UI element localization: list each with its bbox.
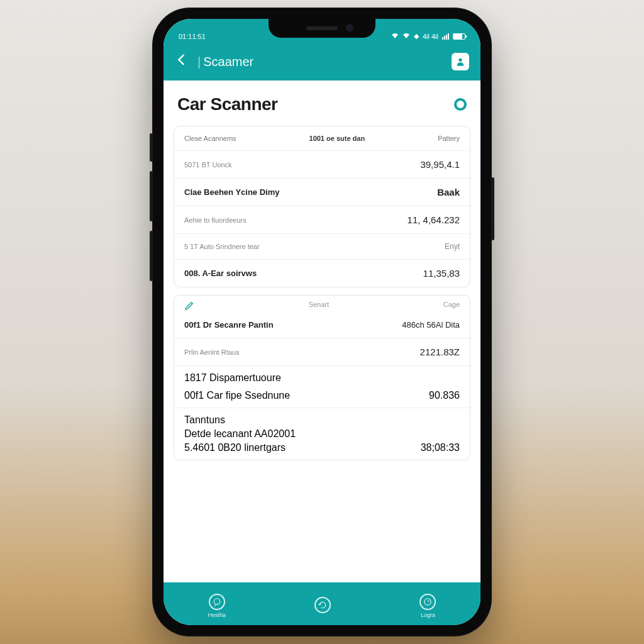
list-item[interactable]: Prlin Aenlnt Rtaus 2121.83Z xyxy=(174,338,470,366)
nav-label: Hestha xyxy=(208,612,226,618)
battery-icon xyxy=(453,33,465,40)
data-card-1: Clese Acannems 1001 oe sute dan Pattery … xyxy=(174,126,470,287)
col-right: Pattery xyxy=(438,135,460,142)
list-item[interactable]: 00f1 Dr Secanre Pantin 486ch 56Al Dita xyxy=(174,312,470,338)
profile-button[interactable] xyxy=(452,53,469,70)
refresh-icon[interactable] xyxy=(454,98,467,111)
item-label: Prlin Aenlnt Rtaus xyxy=(184,348,239,356)
volume-down-button xyxy=(150,231,153,281)
phone-notch xyxy=(269,19,375,38)
app-bar: |Scaamer xyxy=(164,43,480,80)
list-item[interactable]: Aehie to fiuordeeurs 11, 4,64.232 xyxy=(174,206,470,234)
item-value: 2121.83Z xyxy=(420,347,460,357)
item-label: 5071 BT Uonck xyxy=(184,161,232,169)
phone-frame: 01:11:51 ◆ 4il 4il |Scaamer xyxy=(152,8,492,636)
nav-scan[interactable] xyxy=(314,597,331,615)
screen: 01:11:51 ◆ 4il 4il |Scaamer xyxy=(164,19,480,625)
svg-point-1 xyxy=(214,598,219,604)
col-left: Clese Acannems xyxy=(184,135,236,142)
wifi-icon xyxy=(391,33,399,40)
item-sublabel: Detde lecanant AA02001 xyxy=(184,428,460,440)
item-label: Clae Beehen Ycine Dimy xyxy=(184,187,280,197)
back-button[interactable] xyxy=(175,53,189,70)
item-label: 008. A-Ear soirvws xyxy=(184,269,257,278)
data-card-2: Senart Cage 00f1 Dr Secanre Pantin 486ch… xyxy=(174,295,470,460)
list-item[interactable]: 5 1T Auto Srindnere tear Enyt xyxy=(174,234,470,260)
signal-text: 4il 4il xyxy=(423,33,438,40)
item-value: Baak xyxy=(437,187,460,197)
item-value: 11, 4,64.232 xyxy=(408,214,460,225)
item-sublabel: 1817 Dispamertuoure xyxy=(184,372,460,384)
card2-header: Senart Cage xyxy=(174,296,470,312)
item-value: 11,35,83 xyxy=(423,268,460,279)
edit-icon[interactable] xyxy=(184,301,194,311)
status-time: 01:11:51 xyxy=(179,33,206,40)
gauge-icon xyxy=(419,594,436,610)
bottom-nav: Hestha Logra xyxy=(164,582,480,625)
appbar-title: |Scaamer xyxy=(197,55,443,69)
item-value: 38;08:33 xyxy=(421,442,460,453)
svg-point-0 xyxy=(458,58,462,62)
list-item[interactable]: Clae Beehen Ycine Dimy Baak xyxy=(174,179,470,206)
card1-header: Clese Acannems 1001 oe sute dan Pattery xyxy=(174,126,470,151)
chat-icon xyxy=(209,594,225,610)
power-button xyxy=(491,177,494,240)
page-title: Car Scanner xyxy=(177,94,277,114)
item-label: 00f1 Car fipe Ssednune xyxy=(184,390,290,401)
item-value: 39,95,4.1 xyxy=(420,159,460,170)
col-mid: Senart xyxy=(194,301,443,311)
list-item[interactable]: 008. A-Ear soirvws 11,35,83 xyxy=(174,260,470,287)
list-item[interactable]: Tanntuns Detde lecanant AA02001 5.4601 0… xyxy=(174,408,470,460)
content-area: Car Scanner Clese Acannems 1001 oe sute … xyxy=(164,80,480,582)
volume-up-button xyxy=(150,171,153,221)
item-label: 5 1T Auto Srindnere tear xyxy=(184,243,260,250)
item-value: 90.836 xyxy=(429,390,460,401)
nav-home[interactable]: Hestha xyxy=(208,594,226,618)
item-label: Aehie to fiuordeeurs xyxy=(184,216,246,224)
list-item[interactable]: 1817 Dispamertuoure 00f1 Car fipe Ssednu… xyxy=(174,366,470,408)
item-value: Enyt xyxy=(445,242,460,251)
item-value: 486ch 56Al Dita xyxy=(402,320,460,330)
wifi-icon-2 xyxy=(402,33,410,40)
nav-label: Logra xyxy=(421,612,435,618)
col-mid: 1001 oe sute dan xyxy=(236,135,438,142)
item-sublabel: Tanntuns xyxy=(184,414,460,426)
refresh-icon xyxy=(314,597,331,613)
list-item[interactable]: 5071 BT Uonck 39,95,4.1 xyxy=(174,151,470,179)
signal-icon xyxy=(442,33,449,40)
nav-log[interactable]: Logra xyxy=(419,594,436,618)
side-button xyxy=(150,133,153,162)
location-icon: ◆ xyxy=(414,32,419,40)
col-right: Cage xyxy=(443,301,460,311)
item-label: 5.4601 0B20 linertgars xyxy=(184,442,286,453)
item-label: 00f1 Dr Secanre Pantin xyxy=(184,320,274,330)
